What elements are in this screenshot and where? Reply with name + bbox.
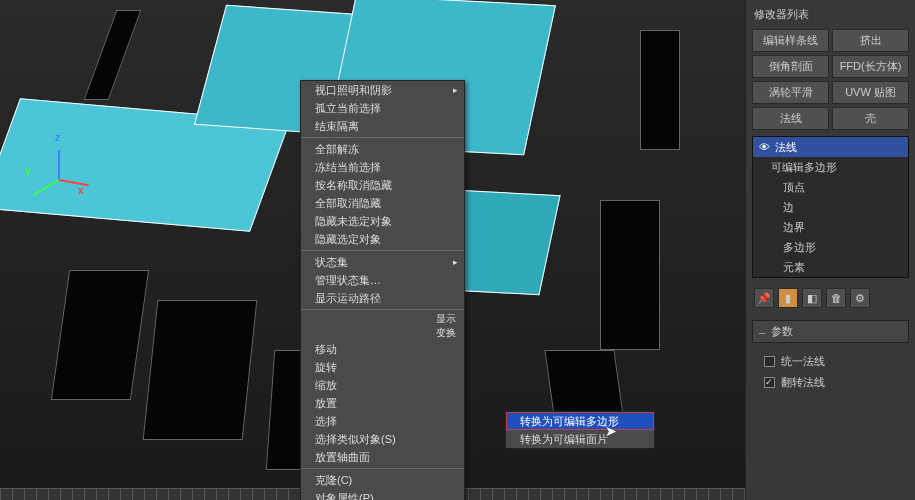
cursor-icon: ➤ — [605, 423, 617, 439]
stack-subitem[interactable]: 边 — [753, 197, 908, 217]
visibility-icon[interactable]: 👁 — [759, 139, 775, 155]
menu-item[interactable]: 结束隔离 — [301, 117, 464, 135]
rollout-params: 参数 统一法线 翻转法线 — [752, 320, 909, 401]
stack-subitem[interactable]: 顶点 — [753, 177, 908, 197]
menu-separator — [301, 468, 464, 469]
menu-item[interactable]: 隐藏未选定对象 — [301, 212, 464, 230]
menu-item[interactable]: 管理状态集… — [301, 271, 464, 289]
checkbox-label: 统一法线 — [781, 354, 825, 369]
menu-item[interactable]: 状态集 — [301, 253, 464, 271]
modifier-button[interactable]: 壳 — [832, 107, 909, 130]
menu-item[interactable]: 缩放 — [301, 376, 464, 394]
modifier-button[interactable]: 编辑样条线 — [752, 29, 829, 52]
checkbox-flip-normals[interactable]: 翻转法线 — [764, 372, 897, 393]
rollout-body: 统一法线 翻转法线 — [752, 343, 909, 401]
stack-subitem[interactable]: 边界 — [753, 217, 908, 237]
menu-item[interactable]: 孤立当前选择 — [301, 99, 464, 117]
axis-y-label: y — [25, 165, 31, 176]
submenu-item[interactable]: 转换为可编辑面片 — [506, 430, 654, 448]
context-submenu: 转换为可编辑多边形 转换为可编辑面片 — [505, 411, 655, 449]
menu-label: 显示 — [436, 312, 456, 326]
context-menu: 视口照明和阴影 孤立当前选择 结束隔离 全部解冻 冻结当前选择 按名称取消隐藏 … — [300, 80, 465, 500]
model-room — [0, 0, 560, 290]
menu-separator — [301, 250, 464, 251]
checkbox-label: 翻转法线 — [781, 375, 825, 390]
menu-item[interactable]: 全部取消隐藏 — [301, 194, 464, 212]
menu-item[interactable]: 全部解冻 — [301, 140, 464, 158]
model-wall — [600, 200, 660, 350]
menu-item[interactable]: 选择 — [301, 412, 464, 430]
menu-item[interactable]: 按名称取消隐藏 — [301, 176, 464, 194]
model-wall — [143, 300, 258, 440]
checkbox-icon — [764, 356, 775, 367]
make-unique-button[interactable]: ◧ — [802, 288, 822, 308]
menu-separator — [301, 309, 464, 310]
modifier-button[interactable]: 倒角剖面 — [752, 55, 829, 78]
stack-item-selected[interactable]: 👁 法线 — [753, 137, 908, 157]
show-end-result-button[interactable]: ▮ — [778, 288, 798, 308]
remove-modifier-button[interactable]: 🗑 — [826, 288, 846, 308]
model-wall — [51, 270, 149, 400]
modifier-button[interactable]: 涡轮平滑 — [752, 81, 829, 104]
stack-item-label: 法线 — [775, 139, 797, 155]
stack-toolbar: 📌 ▮ ◧ 🗑 ⚙ — [752, 284, 909, 312]
modifier-button[interactable]: FFD(长方体) — [832, 55, 909, 78]
modifier-panel: 修改器列表 编辑样条线 挤出 倒角剖面 FFD(长方体) 涡轮平滑 UVW 贴图… — [745, 0, 915, 500]
modifier-stack: 👁 法线 可编辑多边形 顶点 边 边界 多边形 元素 — [752, 136, 909, 278]
axis-gizmo[interactable]: z y x — [30, 150, 90, 210]
checkbox-unify-normals[interactable]: 统一法线 — [764, 351, 897, 372]
menu-item[interactable]: 旋转 — [301, 358, 464, 376]
modifier-button[interactable]: 法线 — [752, 107, 829, 130]
menu-item[interactable]: 隐藏选定对象 — [301, 230, 464, 248]
checkbox-icon — [764, 377, 775, 388]
axis-z-label: z — [55, 132, 60, 143]
configure-sets-button[interactable]: ⚙ — [850, 288, 870, 308]
model-wall — [640, 30, 680, 150]
menu-label: 变换 — [436, 326, 456, 340]
modifier-buttons: 编辑样条线 挤出 倒角剖面 FFD(长方体) 涡轮平滑 UVW 贴图 法线 壳 — [752, 29, 909, 130]
modifier-button[interactable]: UVW 贴图 — [832, 81, 909, 104]
axis-x-label: x — [78, 185, 84, 196]
menu-item[interactable]: 移动 — [301, 340, 464, 358]
menu-item[interactable]: 克隆(C) — [301, 471, 464, 489]
stack-subitem[interactable]: 元素 — [753, 257, 908, 277]
stack-item[interactable]: 可编辑多边形 — [753, 157, 908, 177]
stack-subitem[interactable]: 多边形 — [753, 237, 908, 257]
stack-item-label: 可编辑多边形 — [771, 159, 837, 175]
menu-item[interactable]: 选择类似对象(S) — [301, 430, 464, 448]
menu-separator — [301, 137, 464, 138]
rollout-header[interactable]: 参数 — [752, 320, 909, 343]
menu-item[interactable]: 显示运动路径 — [301, 289, 464, 307]
modifier-button[interactable]: 挤出 — [832, 29, 909, 52]
viewport-3d[interactable]: z y x 视口照明和阴影 孤立当前选择 结束隔离 全部解冻 冻结当前选择 按名… — [0, 0, 745, 500]
menu-item[interactable]: 放置 — [301, 394, 464, 412]
panel-title: 修改器列表 — [752, 4, 909, 25]
menu-item[interactable]: 对象属性(P)… — [301, 489, 464, 500]
menu-item[interactable]: 放置轴曲面 — [301, 448, 464, 466]
rollout-title: 参数 — [771, 324, 793, 339]
menu-item[interactable]: 视口照明和阴影 — [301, 81, 464, 99]
menu-item[interactable]: 冻结当前选择 — [301, 158, 464, 176]
pin-stack-button[interactable]: 📌 — [754, 288, 774, 308]
submenu-item-editable-poly[interactable]: 转换为可编辑多边形 — [506, 412, 654, 430]
